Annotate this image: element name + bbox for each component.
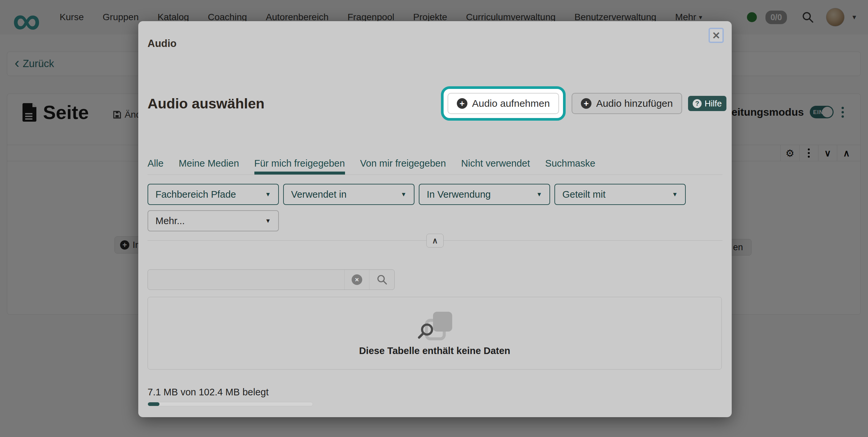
search-input[interactable] bbox=[148, 270, 344, 290]
tab-suchmaske[interactable]: Suchmaske bbox=[545, 158, 595, 174]
filter-fachbereich-pfade[interactable]: Fachbereich Pfade ▼ bbox=[148, 184, 279, 205]
storage-usage-label: 7.1 MB von 102.4 MB belegt bbox=[148, 387, 269, 398]
filter-mehr[interactable]: Mehr... ▼ bbox=[148, 210, 279, 231]
dropdown-caret-icon: ▼ bbox=[672, 191, 678, 198]
clear-search-button[interactable]: ✕ bbox=[345, 270, 369, 290]
help-icon: ? bbox=[693, 99, 702, 108]
modal-heading: Audio auswählen bbox=[148, 96, 265, 112]
collapse-filters-button[interactable]: ∧ bbox=[426, 234, 443, 247]
record-button-spotlight: + Audio aufnehmen bbox=[441, 86, 566, 121]
modal-heading-row: Audio auswählen + Audio aufnehmen + Audi… bbox=[148, 86, 726, 121]
storage-progress-bar bbox=[148, 402, 313, 406]
tab-meine-medien[interactable]: Meine Medien bbox=[179, 158, 239, 174]
clear-icon: ✕ bbox=[352, 274, 362, 285]
modal-actions: + Audio aufnehmen + Audio hinzufügen ? H… bbox=[441, 86, 726, 121]
filter-label: Verwendet in bbox=[291, 189, 347, 200]
dropdown-caret-icon: ▼ bbox=[536, 191, 542, 198]
filter-label: Mehr... bbox=[155, 215, 185, 227]
media-tabs: Alle Meine Medien Für mich freigegeben V… bbox=[148, 158, 722, 175]
help-button[interactable]: ? Hilfe bbox=[688, 96, 726, 111]
filter-row-2: Mehr... ▼ bbox=[148, 210, 279, 231]
close-icon: ✕ bbox=[712, 30, 720, 41]
empty-table-panel: Diese Tabelle enthält keine Daten bbox=[148, 297, 722, 370]
filter-verwendet-in[interactable]: Verwendet in ▼ bbox=[283, 184, 414, 205]
submit-search-button[interactable] bbox=[370, 270, 394, 290]
tab-alle[interactable]: Alle bbox=[148, 158, 163, 174]
record-audio-label: Audio aufnehmen bbox=[472, 98, 550, 109]
storage-progress-fill bbox=[148, 402, 159, 406]
filter-row-1: Fachbereich Pfade ▼ Verwendet in ▼ In Ve… bbox=[148, 184, 686, 205]
tab-von-mir-freigegeben[interactable]: Von mir freigegeben bbox=[360, 158, 446, 174]
dropdown-caret-icon: ▼ bbox=[265, 217, 271, 225]
filter-in-verwendung[interactable]: In Verwendung ▼ bbox=[419, 184, 550, 205]
filter-label: Geteilt mit bbox=[562, 189, 606, 200]
filter-geteilt-mit[interactable]: Geteilt mit ▼ bbox=[554, 184, 686, 205]
filter-label: In Verwendung bbox=[427, 189, 491, 200]
collapse-up-icon: ∧ bbox=[432, 236, 438, 245]
dropdown-caret-icon: ▼ bbox=[401, 191, 407, 198]
empty-table-icon bbox=[414, 310, 455, 342]
audio-modal: Audio ✕ Audio auswählen + Audio aufnehme… bbox=[138, 21, 732, 417]
close-button[interactable]: ✕ bbox=[709, 28, 724, 43]
dropdown-caret-icon: ▼ bbox=[265, 191, 271, 198]
add-audio-button[interactable]: + Audio hinzufügen bbox=[571, 93, 682, 114]
modal-title: Audio bbox=[148, 38, 177, 49]
empty-table-message: Diese Tabelle enthält keine Daten bbox=[359, 345, 510, 356]
record-audio-button[interactable]: + Audio aufnehmen bbox=[447, 93, 559, 114]
filter-label: Fachbereich Pfade bbox=[155, 189, 236, 200]
help-label: Hilfe bbox=[705, 99, 722, 109]
add-audio-label: Audio hinzufügen bbox=[596, 98, 673, 109]
search-icon bbox=[376, 274, 388, 285]
table-search-box: ✕ bbox=[148, 269, 395, 290]
plus-icon: + bbox=[581, 98, 591, 109]
tab-fuer-mich-freigegeben[interactable]: Für mich freigegeben bbox=[254, 158, 345, 174]
tab-nicht-verwendet[interactable]: Nicht verwendet bbox=[461, 158, 530, 174]
plus-icon: + bbox=[457, 98, 467, 109]
